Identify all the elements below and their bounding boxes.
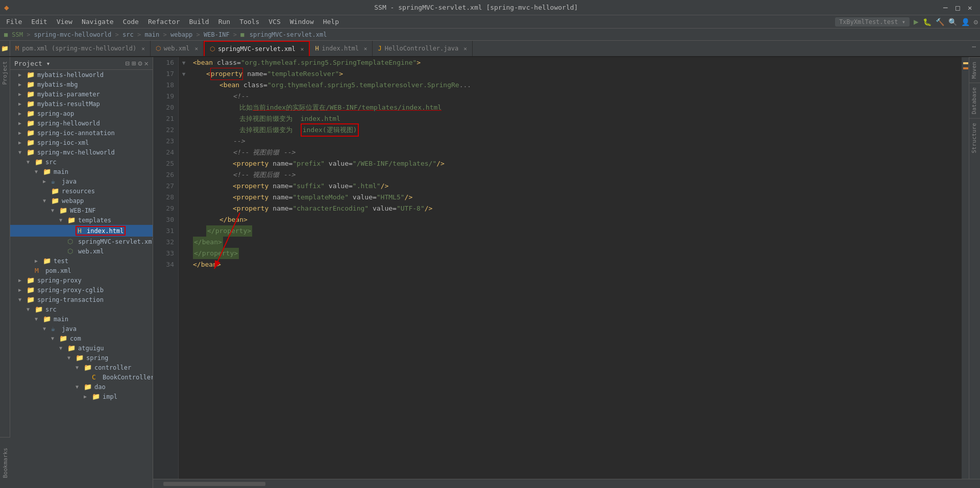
tree-item-mybatis-mbg[interactable]: ▶ 📁 mybatis-mbg bbox=[10, 80, 153, 89]
tree-item-atguigu[interactable]: ▼ 📁 atguigu bbox=[10, 343, 153, 353]
tab-overflow-button[interactable]: ⋯ bbox=[968, 41, 980, 56]
tree-label: test bbox=[54, 258, 68, 265]
menu-edit[interactable]: Edit bbox=[27, 17, 51, 27]
project-tab-label[interactable]: Project bbox=[2, 61, 8, 85]
tree-item-templates[interactable]: ▼ 📁 templates bbox=[10, 215, 153, 225]
tree-item-mybatis-resultmap[interactable]: ▶ 📁 mybatis-resultMap bbox=[10, 99, 153, 109]
tab-springmvc-close[interactable]: ✕ bbox=[301, 46, 304, 53]
minimize-button[interactable]: ─ bbox=[943, 4, 951, 12]
tree-item-spring-proxy[interactable]: ▶ 📁 spring-proxy bbox=[10, 275, 153, 285]
tree-item-spring-mvc-helloworld[interactable]: ▼ 📁 spring-mvc-helloworld bbox=[10, 147, 153, 157]
breadcrumb-project[interactable]: spring-mvc-helloworld bbox=[34, 31, 112, 38]
tab-pom-close[interactable]: ✕ bbox=[141, 45, 145, 52]
menu-code[interactable]: Code bbox=[119, 17, 143, 27]
tree-item-controller[interactable]: ▼ 📁 controller bbox=[10, 363, 153, 372]
user-icon[interactable]: 👤 bbox=[961, 18, 970, 26]
tree-item-main2[interactable]: ▼ 📁 main bbox=[10, 314, 153, 324]
structure-tab[interactable]: Structure bbox=[969, 118, 980, 158]
tree-item-spring-ioc-xml[interactable]: ▶ 📁 spring-ioc-xml bbox=[10, 138, 153, 147]
sidebar-collapse-all[interactable]: ⊟ bbox=[125, 59, 129, 67]
tree-item-webinf[interactable]: ▼ 📁 WEB-INF bbox=[10, 206, 153, 215]
sidebar-hide[interactable]: ✕ bbox=[144, 59, 149, 67]
breadcrumb-file[interactable]: springMVC-servlet.xml bbox=[250, 31, 327, 38]
menu-vcs[interactable]: VCS bbox=[264, 17, 284, 27]
code-line-19: <!-- bbox=[193, 91, 958, 102]
menu-view[interactable]: View bbox=[53, 17, 77, 27]
tree-arrow: ▶ bbox=[18, 277, 27, 283]
debug-button[interactable]: 🐛 bbox=[923, 18, 932, 26]
tab-hellocontroller-close[interactable]: ✕ bbox=[463, 45, 467, 52]
scrollbar-thumb[interactable] bbox=[163, 482, 265, 486]
breadcrumb-webapp[interactable]: webapp bbox=[170, 31, 192, 38]
folder-icon: 📁 bbox=[27, 139, 36, 146]
tree-item-bookcontroller[interactable]: C BookController bbox=[10, 372, 153, 382]
tree-item-webapp[interactable]: ▼ 📁 webapp bbox=[10, 196, 153, 206]
tree-label: spring-ioc-xml bbox=[37, 139, 89, 146]
menu-file[interactable]: File bbox=[2, 17, 26, 27]
tree-item-mybatis-parameter[interactable]: ▶ 📁 mybatis-parameter bbox=[10, 89, 153, 99]
menu-window[interactable]: Window bbox=[286, 17, 318, 27]
breadcrumb-webinf[interactable]: WEB-INF bbox=[204, 31, 230, 38]
maximize-button[interactable]: □ bbox=[955, 4, 964, 12]
tree-item-src2[interactable]: ▼ 📁 src bbox=[10, 304, 153, 314]
settings-icon[interactable]: ⚙ bbox=[974, 18, 978, 26]
editor-area: 16 17 18 19 20 21 22 23 24 25 26 27 28 2… bbox=[153, 57, 980, 488]
menu-tools[interactable]: Tools bbox=[235, 17, 263, 27]
database-tab[interactable]: Database bbox=[969, 83, 980, 118]
tree-item-mybatis-helloworld[interactable]: ▶ 📁 mybatis-helloworld bbox=[10, 70, 153, 80]
tree-item-spring-ioc-annotation[interactable]: ▶ 📁 spring-ioc-annotation bbox=[10, 128, 153, 138]
tab-indexhtml-close[interactable]: ✕ bbox=[364, 45, 368, 52]
tree-item-spring-helloworld[interactable]: ▶ 📁 spring-helloworld bbox=[10, 118, 153, 128]
run-button[interactable]: ▶ bbox=[914, 17, 919, 27]
tree-item-springmvc-xml[interactable]: ⬡ springMVC-servlet.xml bbox=[10, 237, 153, 246]
menu-refactor[interactable]: Refactor bbox=[144, 17, 184, 27]
tree-item-java[interactable]: ▶ ☕ java bbox=[10, 176, 153, 186]
code-editor[interactable]: 配置文件 <bean class="org.thymeleaf.spring5.… bbox=[189, 57, 962, 479]
code-tag bbox=[243, 68, 247, 80]
folder-icon: 📁 bbox=[27, 110, 36, 117]
menu-help[interactable]: Help bbox=[319, 17, 343, 27]
tree-item-java2[interactable]: ▼ ☕ java bbox=[10, 324, 153, 333]
tree-item-src[interactable]: ▼ 📁 src bbox=[10, 157, 153, 167]
breadcrumb-ssm[interactable]: SSM bbox=[12, 31, 23, 38]
close-button[interactable]: ✕ bbox=[968, 4, 976, 12]
tree-item-resources[interactable]: 📁 resources bbox=[10, 186, 153, 196]
tree-item-spring[interactable]: ▼ 📁 spring bbox=[10, 353, 153, 363]
maven-tab[interactable]: Maven bbox=[969, 57, 980, 83]
bookmarks-tab[interactable]: Bookmarks bbox=[0, 437, 10, 488]
tab-indexhtml[interactable]: H index.html ✕ bbox=[310, 41, 373, 56]
menu-navigate[interactable]: Navigate bbox=[78, 17, 118, 27]
tab-pom[interactable]: M pom.xml (spring-mvc-helloworld) ✕ bbox=[10, 41, 151, 56]
tree-item-spring-aop[interactable]: ▶ 📁 spring-aop bbox=[10, 109, 153, 118]
tree-item-test[interactable]: ▶ 📁 test bbox=[10, 256, 153, 266]
window-controls: ─ □ ✕ bbox=[943, 4, 976, 12]
breadcrumb-src[interactable]: src bbox=[122, 31, 134, 38]
tree-item-com[interactable]: ▼ 📁 com bbox=[10, 333, 153, 343]
tab-springmvc[interactable]: ⬡ springMVC-servlet.xml ✕ bbox=[204, 41, 310, 56]
fold-17[interactable]: ▼ bbox=[179, 68, 189, 80]
code-line-28: <property name="templateMode" value="HTM… bbox=[193, 192, 958, 203]
tree-item-indexhtml[interactable]: H index.html bbox=[10, 225, 153, 237]
tree-item-impl[interactable]: ▶ 📁 impl bbox=[10, 392, 153, 401]
tree-item-dao[interactable]: ▼ 📁 dao bbox=[10, 382, 153, 392]
editor-content: 16 17 18 19 20 21 22 23 24 25 26 27 28 2… bbox=[153, 57, 980, 479]
sidebar-settings[interactable]: ⚙ bbox=[138, 59, 142, 67]
folder-icon: 📁 bbox=[27, 71, 36, 79]
tab-hellocontroller[interactable]: J HelloController.java ✕ bbox=[373, 41, 472, 56]
tab-webxml[interactable]: ⬡ web.xml ✕ bbox=[151, 41, 204, 56]
tab-webxml-close[interactable]: ✕ bbox=[194, 45, 198, 52]
menu-build[interactable]: Build bbox=[185, 17, 213, 27]
tree-item-spring-proxy-cglib[interactable]: ▶ 📁 spring-proxy-cglib bbox=[10, 285, 153, 295]
search-button[interactable]: 🔍 bbox=[948, 18, 957, 26]
tree-item-pom[interactable]: M pom.xml bbox=[10, 266, 153, 275]
tree-item-webxml[interactable]: ⬡ web.xml bbox=[10, 246, 153, 256]
menu-run[interactable]: Run bbox=[214, 17, 234, 27]
run-config-dropdown[interactable]: TxByXmlTest.test ▾ bbox=[835, 17, 910, 27]
tree-item-spring-transaction[interactable]: ▼ 📁 spring-transaction bbox=[10, 295, 153, 304]
fold-16[interactable]: ▼ bbox=[179, 57, 189, 68]
horizontal-scrollbar[interactable] bbox=[153, 481, 980, 486]
build-button[interactable]: 🔨 bbox=[936, 18, 944, 26]
breadcrumb-main[interactable]: main bbox=[144, 31, 159, 38]
tree-item-main[interactable]: ▼ 📁 main bbox=[10, 167, 153, 176]
sidebar-expand-all[interactable]: ⊞ bbox=[132, 59, 136, 67]
